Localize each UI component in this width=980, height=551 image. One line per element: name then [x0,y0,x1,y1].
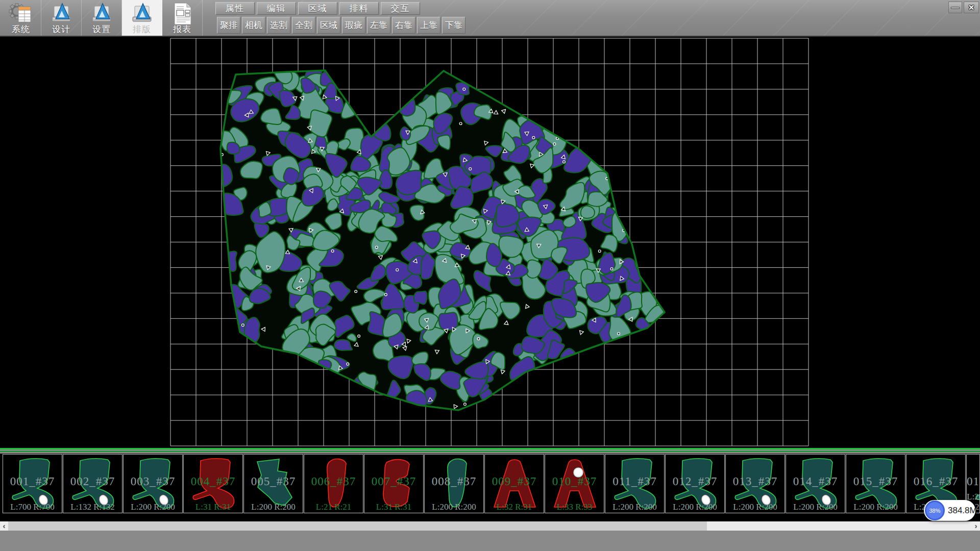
icon-button-label: 排版 [122,23,162,35]
horizontal-scrollbar[interactable]: ‹ › [0,521,980,531]
piece-thumbnail-1[interactable]: 001_#37L:700 R:700 [3,454,62,513]
bottom-bar [0,531,980,551]
tool-button-6[interactable]: 瑕疵 [342,17,365,34]
nesting-drawing [0,37,980,448]
piece-shape-preview [304,455,363,513]
nesting-canvas[interactable] [0,37,980,448]
piece-thumbnail-5[interactable]: 005_#37L:200 R:200 [243,454,303,513]
green-separator-bottom [0,451,980,452]
progress-percent: 38% [929,508,940,514]
icon-button-3[interactable]: 设置 [82,0,122,36]
piece-thumbnail-13[interactable]: 013_#37L:200 R:200 [725,454,785,513]
piece-thumbnail-10[interactable]: 010_#37L:33 R:33 [545,454,604,513]
menu-tab-5[interactable]: 交互 [381,2,420,15]
piece-shape-preview [545,455,604,513]
piece-shape-preview [786,455,845,513]
icon-button-1[interactable]: 系统 [1,0,41,36]
piece-thumbnail-14[interactable]: 014_#37L:200 R:200 [786,454,845,513]
piece-thumbnail-11[interactable]: 011_#37L:200 R:200 [605,454,665,513]
piece-shape-preview [244,455,303,513]
piece-shape-preview [726,455,785,513]
menu-tab-1[interactable]: 属性 [215,2,255,15]
scroll-left-arrow-icon[interactable]: ‹ [0,521,8,531]
piece-thumbnail-15[interactable]: 015_#37L:200 R:200 [846,454,905,513]
piece-thumbnail-2[interactable]: 002_#37L:132 R:132 [63,454,122,513]
piece-thumbnail-6[interactable]: 006_#37L:21 R:21 [304,454,363,513]
piece-shape-preview [124,455,183,513]
minimize-button[interactable]: — [948,2,962,13]
tool-button-4[interactable]: 全割 [292,17,315,34]
menu-tab-4[interactable]: 排料 [339,2,379,15]
green-separator-top [0,448,980,449]
tool-button-2[interactable]: 相机 [242,17,265,34]
icon-button-label: 报表 [162,23,202,35]
piece-shape-preview [3,455,62,513]
piece-shape-preview [605,455,665,513]
piece-shape-preview [63,455,122,513]
tool-button-5[interactable]: 区域 [317,17,340,34]
scrollbar-thumb[interactable] [8,521,707,531]
tool-button-9[interactable]: 上靠 [417,17,440,34]
scroll-right-arrow-icon[interactable]: › [972,521,980,531]
tool-button-8[interactable]: 右靠 [392,17,415,34]
piece-thumbnail-3[interactable]: 003_#37L:200 R:200 [123,454,183,513]
piece-shape-preview [485,455,544,513]
icon-button-4[interactable]: 排版 [122,0,162,36]
memory-usage-label: 384.8M [948,500,977,521]
piece-thumbnail-7[interactable]: 007_#37L:31 R:31 [364,454,424,513]
tool-button-3[interactable]: 选割 [267,17,290,34]
icon-button-label: 设计 [41,23,81,35]
piece-thumbnail-4[interactable]: 004_#37L:31 R:31 [183,454,243,513]
piece-thumbnail-12[interactable]: 012_#37L:200 R:200 [665,454,725,513]
icon-button-label: 系统 [1,23,41,35]
tool-button-10[interactable]: 下靠 [442,17,465,34]
memory-progress-pill: 38% 384.8M [924,500,975,521]
tool-button-1[interactable]: 聚排 [217,17,240,34]
icon-button-label: 设置 [82,23,121,35]
icon-button-5[interactable]: 报表 [162,0,203,36]
menu-tab-2[interactable]: 编辑 [257,2,296,15]
piece-shape-preview [184,455,243,513]
piece-shape-preview [846,455,905,513]
piece-shape-preview [425,455,484,513]
piece-shape-preview [666,455,725,513]
piece-shape-preview [364,455,424,513]
progress-percent-badge: 38% [925,500,945,520]
piece-thumbnail-9[interactable]: 009_#37L:32 R:31 [484,454,544,513]
close-button[interactable]: ✕ [964,2,979,13]
toolbar: 系统 设计 设置 排版 报表 属性编辑区域排料交互 聚排相机选割全割区域瑕疵左靠… [0,0,980,37]
piece-thumbnail-strip: 001_#37L:700 R:700002_#37L:132 R:132003_… [0,454,980,521]
menu-tab-3[interactable]: 区域 [298,2,337,15]
tool-button-7[interactable]: 左靠 [367,17,390,34]
piece-thumbnail-8[interactable]: 008_#37L:200 R:200 [424,454,484,513]
icon-button-2[interactable]: 设计 [41,0,82,36]
